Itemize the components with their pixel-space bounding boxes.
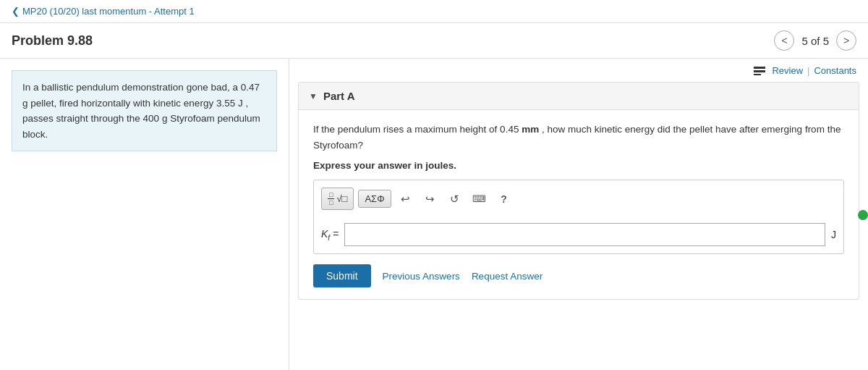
- back-link[interactable]: MP20 (10/20) last momentum - Attempt 1: [12, 6, 195, 17]
- right-toolbar: Review | Constants: [289, 59, 868, 82]
- part-section: ▼ Part A If the pendulum rises a maximum…: [298, 82, 859, 300]
- answer-unit: J: [831, 229, 836, 240]
- request-answer-link[interactable]: Request Answer: [472, 271, 542, 282]
- fraction-icon: □ □: [328, 191, 334, 206]
- help-button[interactable]: ?: [494, 189, 514, 209]
- part-header[interactable]: ▼ Part A: [299, 83, 859, 110]
- greek-button[interactable]: ΑΣΦ: [358, 190, 391, 208]
- input-row: Kf = J: [321, 223, 836, 246]
- submit-button[interactable]: Submit: [313, 264, 371, 287]
- help-icon: ?: [501, 193, 507, 205]
- redo-button[interactable]: ↪: [420, 189, 441, 209]
- reset-button[interactable]: ↺: [445, 189, 465, 209]
- part-body: If the pendulum rises a maximum height o…: [299, 110, 859, 299]
- svg-rect-0: [754, 67, 765, 69]
- left-panel: In a ballistic pendulum demonstration go…: [0, 59, 289, 370]
- kf-label: Kf =: [321, 228, 339, 242]
- express-text: Express your answer in joules.: [313, 160, 844, 171]
- next-page-button[interactable]: >: [836, 30, 856, 51]
- undo-icon: ↩: [401, 193, 410, 206]
- pagination: < 5 of 5 >: [774, 30, 856, 51]
- problem-title: Problem 9.88: [12, 33, 93, 49]
- sqrt-icon: √□: [336, 193, 347, 204]
- answer-input[interactable]: [344, 223, 825, 246]
- toolbar-separator: |: [807, 65, 809, 76]
- undo-button[interactable]: ↩: [396, 189, 416, 209]
- green-dot-indicator: [858, 210, 868, 220]
- part-arrow-icon: ▼: [309, 91, 318, 101]
- answer-area: □ □ √□ ΑΣΦ ↩: [313, 180, 844, 254]
- main-layout: In a ballistic pendulum demonstration go…: [0, 59, 868, 370]
- svg-rect-2: [754, 74, 761, 75]
- constants-link[interactable]: Constants: [814, 65, 856, 76]
- redo-icon: ↪: [425, 193, 435, 206]
- previous-answers-link[interactable]: Previous Answers: [383, 271, 460, 282]
- fraction-sqrt-button[interactable]: □ □ √□: [321, 188, 354, 210]
- reset-icon: ↺: [450, 193, 459, 206]
- question-text: If the pendulum rises a maximum height o…: [313, 122, 844, 153]
- problem-text-box: In a ballistic pendulum demonstration go…: [12, 70, 277, 151]
- problem-header: Problem 9.88 < 5 of 5 >: [0, 23, 868, 59]
- part-label: Part A: [323, 90, 355, 102]
- prev-page-button[interactable]: <: [774, 30, 794, 51]
- svg-rect-1: [754, 70, 765, 72]
- right-panel-wrapper: Review | Constants ▼ Part A If the pendu…: [289, 59, 868, 370]
- greek-label: ΑΣΦ: [365, 193, 384, 204]
- top-nav: MP20 (10/20) last momentum - Attempt 1: [0, 0, 868, 23]
- review-icon: [754, 64, 767, 76]
- right-panel: Review | Constants ▼ Part A If the pendu…: [289, 59, 868, 370]
- math-toolbar: □ □ √□ ΑΣΦ ↩: [321, 188, 836, 216]
- review-link[interactable]: Review: [772, 65, 803, 76]
- unit-mm: mm: [522, 124, 539, 135]
- keyboard-icon: ⌨: [472, 193, 486, 204]
- pagination-count: 5 of 5: [801, 35, 829, 47]
- keyboard-button[interactable]: ⌨: [469, 189, 490, 209]
- action-row: Submit Previous Answers Request Answer: [313, 264, 844, 287]
